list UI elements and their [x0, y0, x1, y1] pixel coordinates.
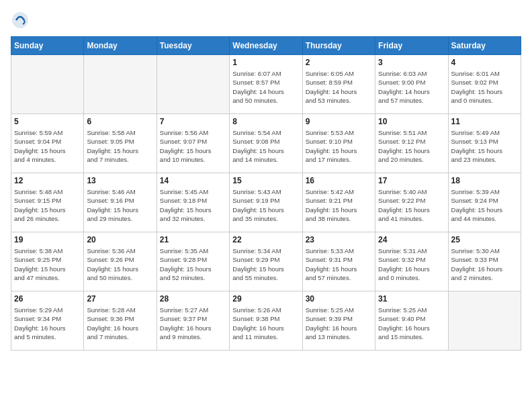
day-info: Sunrise: 5:53 AM Sunset: 9:10 PM Dayligh…	[306, 128, 372, 164]
calendar-cell: 25Sunrise: 5:30 AM Sunset: 9:33 PM Dayli…	[448, 232, 521, 291]
column-header-tuesday: Tuesday	[157, 37, 229, 55]
day-number: 25	[451, 235, 518, 244]
day-number: 4	[451, 58, 518, 67]
day-number: 22	[232, 235, 299, 244]
day-info: Sunrise: 5:34 AM Sunset: 9:29 PM Dayligh…	[232, 246, 299, 282]
calendar-cell: 14Sunrise: 5:45 AM Sunset: 9:18 PM Dayli…	[157, 173, 229, 232]
day-info: Sunrise: 5:26 AM Sunset: 9:38 PM Dayligh…	[232, 306, 299, 341]
column-header-friday: Friday	[375, 37, 448, 55]
calendar-cell: 11Sunrise: 5:49 AM Sunset: 9:13 PM Dayli…	[448, 114, 521, 173]
calendar-cell: 7Sunrise: 5:56 AM Sunset: 9:07 PM Daylig…	[157, 114, 229, 173]
day-number: 29	[232, 294, 299, 304]
day-info: Sunrise: 5:45 AM Sunset: 9:18 PM Dayligh…	[160, 187, 226, 223]
day-info: Sunrise: 5:35 AM Sunset: 9:28 PM Dayligh…	[160, 246, 226, 282]
day-number: 17	[378, 176, 445, 185]
day-number: 24	[378, 235, 445, 244]
day-number: 3	[378, 58, 445, 67]
day-number: 30	[306, 294, 372, 304]
calendar-cell: 17Sunrise: 5:40 AM Sunset: 9:22 PM Dayli…	[375, 173, 448, 232]
day-info: Sunrise: 5:54 AM Sunset: 9:08 PM Dayligh…	[232, 128, 299, 164]
day-number: 6	[87, 117, 153, 126]
calendar-cell: 19Sunrise: 5:38 AM Sunset: 9:25 PM Dayli…	[11, 232, 84, 291]
column-header-thursday: Thursday	[302, 37, 375, 55]
calendar-cell: 23Sunrise: 5:33 AM Sunset: 9:31 PM Dayli…	[302, 232, 375, 291]
day-number: 21	[160, 235, 226, 244]
day-number: 31	[378, 294, 445, 304]
column-header-wednesday: Wednesday	[230, 37, 302, 55]
calendar-cell: 3Sunrise: 6:03 AM Sunset: 9:00 PM Daylig…	[375, 55, 448, 114]
calendar-cell: 21Sunrise: 5:35 AM Sunset: 9:28 PM Dayli…	[157, 232, 229, 291]
calendar-cell: 8Sunrise: 5:54 AM Sunset: 9:08 PM Daylig…	[230, 114, 302, 173]
day-info: Sunrise: 5:31 AM Sunset: 9:32 PM Dayligh…	[378, 246, 445, 282]
column-header-saturday: Saturday	[448, 37, 521, 55]
day-number: 8	[232, 117, 299, 126]
day-number: 12	[14, 176, 81, 185]
calendar-cell: 2Sunrise: 6:05 AM Sunset: 8:59 PM Daylig…	[302, 55, 375, 114]
day-number: 26	[14, 294, 81, 304]
calendar-cell	[84, 55, 157, 114]
day-number: 13	[87, 176, 153, 185]
calendar-cell: 31Sunrise: 5:25 AM Sunset: 9:40 PM Dayli…	[375, 291, 448, 351]
page-header	[11, 11, 521, 30]
day-number: 16	[306, 176, 372, 185]
calendar-cell: 28Sunrise: 5:27 AM Sunset: 9:37 PM Dayli…	[157, 291, 229, 351]
calendar-week-3: 12Sunrise: 5:48 AM Sunset: 9:15 PM Dayli…	[11, 173, 521, 232]
day-info: Sunrise: 5:39 AM Sunset: 9:24 PM Dayligh…	[451, 187, 518, 223]
day-info: Sunrise: 6:07 AM Sunset: 8:57 PM Dayligh…	[232, 69, 299, 105]
day-info: Sunrise: 6:05 AM Sunset: 8:59 PM Dayligh…	[306, 69, 372, 105]
calendar-cell: 18Sunrise: 5:39 AM Sunset: 9:24 PM Dayli…	[448, 173, 521, 232]
calendar-cell: 4Sunrise: 6:01 AM Sunset: 9:02 PM Daylig…	[448, 55, 521, 114]
day-info: Sunrise: 5:33 AM Sunset: 9:31 PM Dayligh…	[306, 246, 372, 282]
day-info: Sunrise: 5:59 AM Sunset: 9:04 PM Dayligh…	[14, 128, 81, 164]
calendar-cell: 27Sunrise: 5:28 AM Sunset: 9:36 PM Dayli…	[84, 291, 157, 351]
day-number: 2	[306, 58, 372, 67]
logo-icon	[11, 11, 30, 30]
day-number: 20	[87, 235, 153, 244]
column-header-sunday: Sunday	[11, 37, 84, 55]
calendar-cell	[11, 55, 84, 114]
day-info: Sunrise: 5:30 AM Sunset: 9:33 PM Dayligh…	[451, 246, 518, 282]
calendar-cell: 1Sunrise: 6:07 AM Sunset: 8:57 PM Daylig…	[230, 55, 302, 114]
day-info: Sunrise: 5:36 AM Sunset: 9:26 PM Dayligh…	[87, 246, 153, 282]
calendar-cell: 30Sunrise: 5:25 AM Sunset: 9:39 PM Dayli…	[302, 291, 375, 351]
day-number: 27	[87, 294, 153, 304]
day-info: Sunrise: 6:01 AM Sunset: 9:02 PM Dayligh…	[451, 69, 518, 105]
day-number: 10	[378, 117, 445, 126]
calendar-cell	[448, 291, 521, 351]
day-number: 19	[14, 235, 81, 244]
column-header-monday: Monday	[84, 37, 157, 55]
day-info: Sunrise: 5:27 AM Sunset: 9:37 PM Dayligh…	[160, 306, 226, 341]
calendar-cell: 24Sunrise: 5:31 AM Sunset: 9:32 PM Dayli…	[375, 232, 448, 291]
day-info: Sunrise: 5:42 AM Sunset: 9:21 PM Dayligh…	[306, 187, 372, 223]
calendar-cell: 6Sunrise: 5:58 AM Sunset: 9:05 PM Daylig…	[84, 114, 157, 173]
day-info: Sunrise: 5:40 AM Sunset: 9:22 PM Dayligh…	[378, 187, 445, 223]
day-info: Sunrise: 5:28 AM Sunset: 9:36 PM Dayligh…	[87, 306, 153, 341]
calendar-cell: 20Sunrise: 5:36 AM Sunset: 9:26 PM Dayli…	[84, 232, 157, 291]
day-number: 9	[306, 117, 372, 126]
calendar-header-row: SundayMondayTuesdayWednesdayThursdayFrid…	[11, 37, 521, 55]
day-info: Sunrise: 5:25 AM Sunset: 9:39 PM Dayligh…	[306, 306, 372, 341]
day-info: Sunrise: 5:29 AM Sunset: 9:34 PM Dayligh…	[14, 306, 81, 341]
calendar-week-5: 26Sunrise: 5:29 AM Sunset: 9:34 PM Dayli…	[11, 291, 521, 351]
calendar-body: 1Sunrise: 6:07 AM Sunset: 8:57 PM Daylig…	[11, 55, 521, 351]
calendar-cell: 16Sunrise: 5:42 AM Sunset: 9:21 PM Dayli…	[302, 173, 375, 232]
calendar-cell: 26Sunrise: 5:29 AM Sunset: 9:34 PM Dayli…	[11, 291, 84, 351]
day-info: Sunrise: 6:03 AM Sunset: 9:00 PM Dayligh…	[378, 69, 445, 105]
day-number: 1	[232, 58, 299, 67]
day-info: Sunrise: 5:25 AM Sunset: 9:40 PM Dayligh…	[378, 306, 445, 341]
day-number: 7	[160, 117, 226, 126]
calendar-week-2: 5Sunrise: 5:59 AM Sunset: 9:04 PM Daylig…	[11, 114, 521, 173]
calendar-cell: 15Sunrise: 5:43 AM Sunset: 9:19 PM Dayli…	[230, 173, 302, 232]
day-info: Sunrise: 5:56 AM Sunset: 9:07 PM Dayligh…	[160, 128, 226, 164]
calendar-cell: 9Sunrise: 5:53 AM Sunset: 9:10 PM Daylig…	[302, 114, 375, 173]
calendar-cell: 5Sunrise: 5:59 AM Sunset: 9:04 PM Daylig…	[11, 114, 84, 173]
day-info: Sunrise: 5:49 AM Sunset: 9:13 PM Dayligh…	[451, 128, 518, 164]
calendar-cell: 13Sunrise: 5:46 AM Sunset: 9:16 PM Dayli…	[84, 173, 157, 232]
calendar-cell: 12Sunrise: 5:48 AM Sunset: 9:15 PM Dayli…	[11, 173, 84, 232]
calendar-week-4: 19Sunrise: 5:38 AM Sunset: 9:25 PM Dayli…	[11, 232, 521, 291]
day-number: 18	[451, 176, 518, 185]
day-info: Sunrise: 5:43 AM Sunset: 9:19 PM Dayligh…	[232, 187, 299, 223]
day-info: Sunrise: 5:58 AM Sunset: 9:05 PM Dayligh…	[87, 128, 153, 164]
day-info: Sunrise: 5:46 AM Sunset: 9:16 PM Dayligh…	[87, 187, 153, 223]
day-number: 28	[160, 294, 226, 304]
